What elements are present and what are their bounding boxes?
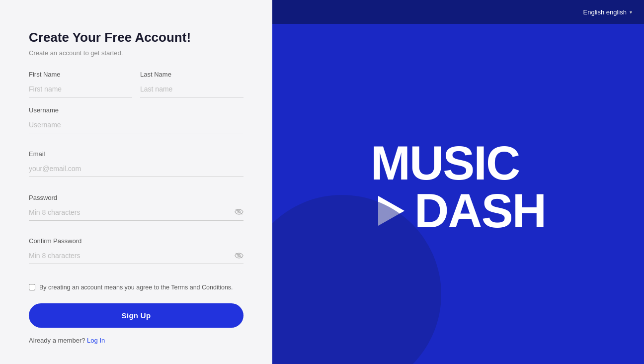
last-name-group: Last Name [140,71,243,97]
logo-music-text: MUSIC [371,139,519,187]
login-row: Already a member? Log In [29,337,243,344]
email-input[interactable] [29,161,243,177]
confirm-password-group: Confirm Password [29,237,243,272]
first-name-group: First Name [29,71,132,97]
login-link[interactable]: Log In [87,337,105,344]
language-label: English english [583,8,627,16]
password-toggle-icon[interactable] [235,208,243,217]
logo-dash-text: DASH [414,187,546,235]
confirm-password-label: Confirm Password [29,237,243,245]
last-name-input[interactable] [140,81,243,97]
username-label: Username [29,106,243,114]
name-row: First Name Last Name [29,71,243,97]
chevron-down-icon: ▾ [630,9,632,15]
password-group: Password [29,194,243,229]
top-bar: English english ▾ [272,0,644,24]
password-label: Password [29,194,243,201]
language-selector[interactable]: English english ▾ [583,8,632,16]
username-input[interactable] [29,117,243,133]
confirm-password-input[interactable] [29,248,243,264]
username-group: Username [29,106,243,141]
terms-label: By creating an account means you agree t… [39,283,233,292]
page-subtitle: Create an account to get started. [29,49,243,57]
signup-button[interactable]: Sign Up [29,303,243,328]
right-panel: English english ▾ MUSIC DASH [272,0,644,364]
terms-checkbox[interactable] [29,284,35,290]
terms-row: By creating an account means you agree t… [29,283,243,292]
email-label: Email [29,150,243,158]
email-group: Email [29,150,243,185]
password-wrapper [29,204,243,221]
confirm-password-wrapper [29,248,243,264]
page-title: Create Your Free Account! [29,30,243,45]
already-member-text: Already a member? [29,337,85,344]
password-input[interactable] [29,204,243,221]
first-name-label: First Name [29,71,132,78]
left-panel: Create Your Free Account! Create an acco… [0,0,272,364]
confirm-password-toggle-icon[interactable] [235,252,243,261]
last-name-label: Last Name [140,71,243,78]
first-name-input[interactable] [29,81,132,97]
